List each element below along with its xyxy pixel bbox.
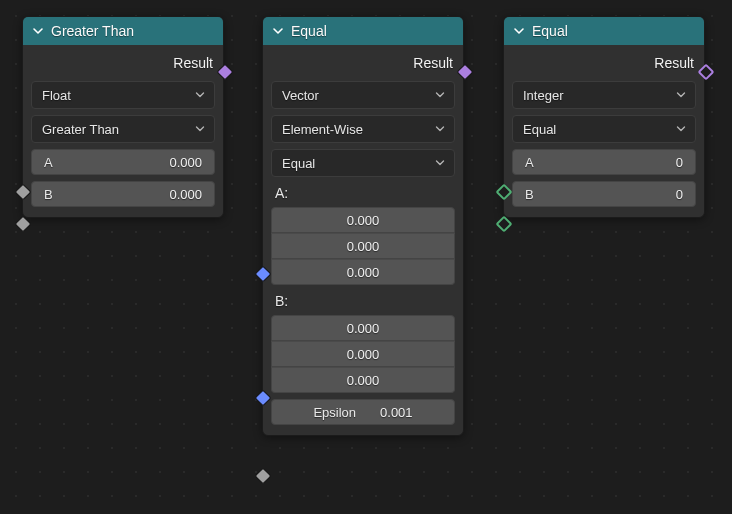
node-equal-vector[interactable]: Equal Result Vector Element-Wise Equal A… xyxy=(262,16,464,436)
vector-a-y[interactable]: 0.000 xyxy=(271,233,455,259)
output-label: Result xyxy=(173,55,213,71)
output-result: Result xyxy=(271,49,455,75)
chevron-down-icon xyxy=(194,123,206,135)
vector-a-z[interactable]: 0.000 xyxy=(271,259,455,285)
node-title: Greater Than xyxy=(51,23,134,39)
node-body: Result Vector Element-Wise Equal A: 0.00… xyxy=(263,45,463,435)
input-a-value: 0.000 xyxy=(169,155,202,170)
node-greater-than[interactable]: Greater Than Result Float Greater Than A… xyxy=(22,16,224,218)
chevron-down-icon xyxy=(194,89,206,101)
type-select[interactable]: Vector xyxy=(271,81,455,109)
output-label: Result xyxy=(413,55,453,71)
node-body: Result Integer Equal A 0 B 0 xyxy=(504,45,704,217)
input-a-value: 0 xyxy=(676,155,683,170)
socket-epsilon[interactable] xyxy=(255,468,272,485)
type-select[interactable]: Integer xyxy=(512,81,696,109)
type-select-value: Integer xyxy=(523,88,563,103)
chevron-down-icon xyxy=(271,24,285,38)
epsilon-label: Epsilon xyxy=(313,405,356,420)
operation-select-value: Equal xyxy=(523,122,556,137)
type-select-value: Vector xyxy=(282,88,319,103)
input-b-label: B xyxy=(44,187,53,202)
vector-b-group: 0.000 0.000 0.000 xyxy=(271,315,455,393)
mode-select-value: Element-Wise xyxy=(282,122,363,137)
operation-select-value: Equal xyxy=(282,156,315,171)
type-select-value: Float xyxy=(42,88,71,103)
epsilon-field[interactable]: Epsilon 0.001 xyxy=(271,399,455,425)
type-select[interactable]: Float xyxy=(31,81,215,109)
node-title: Equal xyxy=(532,23,568,39)
output-result: Result xyxy=(512,49,696,75)
input-b-field[interactable]: B 0 xyxy=(512,181,696,207)
vector-b-z[interactable]: 0.000 xyxy=(271,367,455,393)
socket-input-b[interactable] xyxy=(496,216,513,233)
vector-b-label: B: xyxy=(271,291,455,309)
operation-select-value: Greater Than xyxy=(42,122,119,137)
vector-b-x[interactable]: 0.000 xyxy=(271,315,455,341)
input-a-label: A xyxy=(44,155,53,170)
input-b-label: B xyxy=(525,187,534,202)
node-header[interactable]: Equal xyxy=(263,17,463,45)
mode-select[interactable]: Element-Wise xyxy=(271,115,455,143)
chevron-down-icon xyxy=(434,157,446,169)
operation-select[interactable]: Equal xyxy=(512,115,696,143)
input-a-field[interactable]: A 0 xyxy=(512,149,696,175)
node-header[interactable]: Greater Than xyxy=(23,17,223,45)
output-label: Result xyxy=(654,55,694,71)
socket-input-b[interactable] xyxy=(15,216,32,233)
vector-b-y[interactable]: 0.000 xyxy=(271,341,455,367)
node-body: Result Float Greater Than A 0.000 B 0.00… xyxy=(23,45,223,217)
input-a-field[interactable]: A 0.000 xyxy=(31,149,215,175)
input-b-value: 0 xyxy=(676,187,683,202)
chevron-down-icon xyxy=(434,123,446,135)
node-title: Equal xyxy=(291,23,327,39)
output-result: Result xyxy=(31,49,215,75)
vector-a-group: 0.000 0.000 0.000 xyxy=(271,207,455,285)
input-b-field[interactable]: B 0.000 xyxy=(31,181,215,207)
node-header[interactable]: Equal xyxy=(504,17,704,45)
vector-a-x[interactable]: 0.000 xyxy=(271,207,455,233)
input-b-value: 0.000 xyxy=(169,187,202,202)
chevron-down-icon xyxy=(434,89,446,101)
vector-a-label: A: xyxy=(271,183,455,201)
operation-select[interactable]: Greater Than xyxy=(31,115,215,143)
chevron-down-icon xyxy=(512,24,526,38)
chevron-down-icon xyxy=(675,123,687,135)
input-a-label: A xyxy=(525,155,534,170)
epsilon-value: 0.001 xyxy=(380,405,413,420)
chevron-down-icon xyxy=(675,89,687,101)
chevron-down-icon xyxy=(31,24,45,38)
node-equal-integer[interactable]: Equal Result Integer Equal A 0 B 0 xyxy=(503,16,705,218)
operation-select[interactable]: Equal xyxy=(271,149,455,177)
